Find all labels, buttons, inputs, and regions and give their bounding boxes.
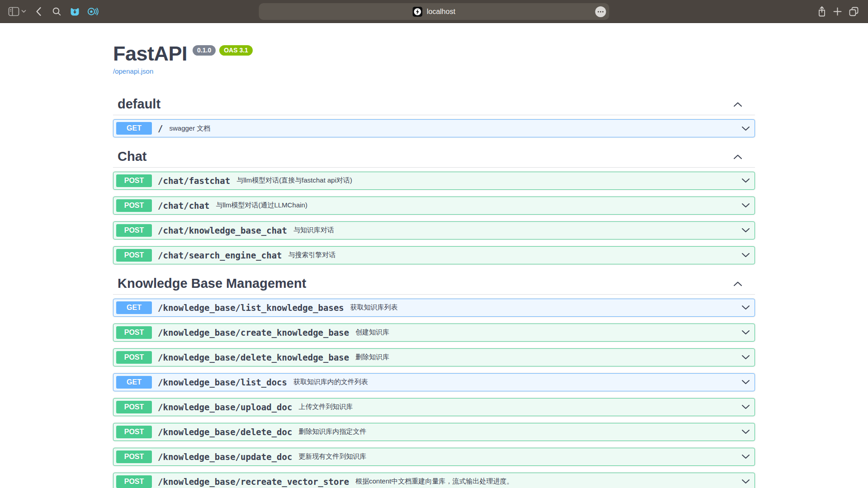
endpoint-description: 与llm模型对话(直接与fastchat api对话) bbox=[236, 176, 352, 185]
method-badge: POST bbox=[116, 249, 152, 262]
endpoint-description: swagger 文档 bbox=[169, 124, 210, 133]
endpoint-path: /chat/chat bbox=[158, 201, 209, 211]
extension-live-button[interactable] bbox=[87, 7, 99, 16]
endpoint-row[interactable]: GET / swagger 文档 bbox=[113, 119, 755, 137]
endpoint-description: 删除知识库 bbox=[355, 353, 389, 361]
endpoint-path: /chat/fastchat bbox=[158, 176, 230, 186]
sidebar-toggle-button[interactable] bbox=[8, 7, 19, 16]
search-icon bbox=[52, 7, 61, 16]
section-header[interactable]: Chat bbox=[113, 147, 755, 168]
method-badge: POST bbox=[116, 450, 152, 463]
method-badge: POST bbox=[116, 326, 152, 339]
method-badge: GET bbox=[116, 301, 152, 314]
sidebar-menu-button[interactable] bbox=[21, 9, 26, 13]
section-header[interactable]: Knowledge Base Management bbox=[113, 274, 755, 295]
endpoint-row[interactable]: GET /knowledge_base/list_knowledge_bases… bbox=[113, 299, 755, 317]
method-badge: POST bbox=[116, 401, 152, 413]
share-button[interactable] bbox=[817, 6, 826, 17]
endpoint-path: /chat/knowledge_base_chat bbox=[158, 225, 287, 235]
endpoint-row[interactable]: POST /knowledge_base/delete_doc 删除知识库内指定… bbox=[113, 423, 755, 441]
search-button[interactable] bbox=[52, 7, 61, 16]
chevron-down-icon[interactable] bbox=[741, 126, 750, 131]
site-favicon bbox=[413, 7, 423, 17]
endpoint-description: 获取知识库列表 bbox=[350, 303, 398, 312]
method-badge: POST bbox=[116, 426, 152, 438]
back-icon bbox=[36, 7, 42, 16]
chevron-down-icon[interactable] bbox=[741, 404, 750, 409]
extension-shield-button[interactable] bbox=[70, 7, 80, 16]
section-title: Chat bbox=[118, 150, 146, 164]
api-section: Knowledge Base Management GET /knowledge… bbox=[113, 274, 755, 488]
chevron-down-icon bbox=[21, 9, 26, 13]
chevron-down-icon[interactable] bbox=[741, 479, 750, 484]
chevron-down-icon[interactable] bbox=[741, 203, 750, 208]
section-title: default bbox=[118, 97, 160, 112]
address-bar[interactable]: localhost bbox=[259, 3, 609, 20]
section-title: Knowledge Base Management bbox=[118, 277, 306, 291]
api-section: default GET / swagger 文档 bbox=[113, 94, 755, 137]
browser-window: localhost bbox=[0, 0, 868, 488]
endpoint-path: /knowledge_base/delete_knowledge_base bbox=[158, 352, 349, 362]
endpoint-path: /knowledge_base/create_knowledge_base bbox=[158, 328, 349, 338]
endpoint-row[interactable]: POST /chat/search_engine_chat 与搜索引擎对话 bbox=[113, 246, 755, 264]
endpoint-row[interactable]: POST /knowledge_base/delete_knowledge_ba… bbox=[113, 348, 755, 366]
chevron-down-icon[interactable] bbox=[741, 429, 750, 434]
endpoint-row[interactable]: POST /knowledge_base/recreate_vector_sto… bbox=[113, 473, 755, 488]
method-badge: GET bbox=[116, 376, 152, 389]
chevron-down-icon[interactable] bbox=[741, 454, 750, 459]
endpoint-path: /knowledge_base/list_docs bbox=[158, 377, 287, 387]
endpoint-description: 创建知识库 bbox=[355, 328, 389, 337]
endpoint-path: /knowledge_base/list_knowledge_bases bbox=[158, 303, 344, 313]
live-extension-icon bbox=[87, 7, 99, 16]
more-options-button[interactable] bbox=[595, 6, 606, 17]
chevron-down-icon[interactable] bbox=[741, 178, 750, 183]
endpoint-description: 上传文件到知识库 bbox=[298, 403, 353, 411]
endpoint-description: 与llm模型对话(通过LLMChain) bbox=[216, 201, 307, 210]
openapi-spec-link[interactable]: /openapi.json bbox=[113, 67, 153, 75]
endpoint-description: 与知识库对话 bbox=[293, 226, 334, 235]
tabs-overview-button[interactable] bbox=[849, 6, 859, 17]
api-sections: default GET / swagger 文档 Chat POST /chat… bbox=[113, 94, 755, 488]
method-badge: POST bbox=[116, 475, 152, 488]
endpoint-row[interactable]: POST /chat/knowledge_base_chat 与知识库对话 bbox=[113, 221, 755, 239]
chevron-down-icon[interactable] bbox=[741, 228, 750, 233]
endpoint-path: /knowledge_base/recreate_vector_store bbox=[158, 477, 349, 487]
endpoint-description: 与搜索引擎对话 bbox=[288, 251, 336, 259]
chevron-up-icon[interactable] bbox=[733, 154, 742, 160]
api-section: Chat POST /chat/fastchat 与llm模型对话(直接与fas… bbox=[113, 147, 755, 264]
section-header[interactable]: default bbox=[113, 94, 755, 115]
more-options-icon bbox=[598, 11, 604, 13]
endpoint-row[interactable]: POST /knowledge_base/upload_doc 上传文件到知识库 bbox=[113, 398, 755, 416]
endpoint-description: 更新现有文件到知识库 bbox=[298, 452, 366, 461]
chevron-up-icon[interactable] bbox=[733, 102, 742, 107]
endpoint-description: 删除知识库内指定文件 bbox=[298, 427, 366, 436]
chevron-down-icon[interactable] bbox=[741, 355, 750, 360]
endpoint-row[interactable]: GET /knowledge_base/list_docs 获取知识库内的文件列… bbox=[113, 373, 755, 391]
api-info: FastAPI 0.1.0 OAS 3.1 /openapi.json bbox=[113, 42, 755, 75]
section-rows: GET / swagger 文档 bbox=[113, 119, 755, 137]
new-tab-button[interactable] bbox=[833, 7, 842, 16]
shield-extension-icon bbox=[70, 7, 80, 16]
back-button[interactable] bbox=[36, 7, 42, 16]
chevron-up-icon[interactable] bbox=[733, 281, 742, 286]
endpoint-row[interactable]: POST /chat/fastchat 与llm模型对话(直接与fastchat… bbox=[113, 172, 755, 190]
toolbar-left-group bbox=[8, 7, 99, 16]
chevron-down-icon[interactable] bbox=[741, 330, 750, 335]
endpoint-path: /chat/search_engine_chat bbox=[158, 250, 282, 260]
chevron-down-icon[interactable] bbox=[741, 253, 750, 258]
sidebar-icon bbox=[8, 7, 19, 16]
method-badge: POST bbox=[116, 199, 152, 212]
swagger-page: FastAPI 0.1.0 OAS 3.1 /openapi.json defa… bbox=[113, 42, 755, 488]
method-badge: POST bbox=[116, 351, 152, 364]
method-badge: POST bbox=[116, 224, 152, 237]
endpoint-path: /knowledge_base/delete_doc bbox=[158, 427, 292, 437]
endpoint-path: /knowledge_base/update_doc bbox=[158, 452, 292, 462]
endpoint-path: /knowledge_base/upload_doc bbox=[158, 402, 292, 412]
endpoint-row[interactable]: POST /chat/chat 与llm模型对话(通过LLMChain) bbox=[113, 197, 755, 215]
chevron-down-icon[interactable] bbox=[741, 380, 750, 385]
endpoint-row[interactable]: POST /knowledge_base/update_doc 更新现有文件到知… bbox=[113, 448, 755, 466]
endpoint-row[interactable]: POST /knowledge_base/create_knowledge_ba… bbox=[113, 324, 755, 342]
section-rows: GET /knowledge_base/list_knowledge_bases… bbox=[113, 299, 755, 488]
toolbar-right-group bbox=[817, 0, 859, 23]
chevron-down-icon[interactable] bbox=[741, 305, 750, 310]
